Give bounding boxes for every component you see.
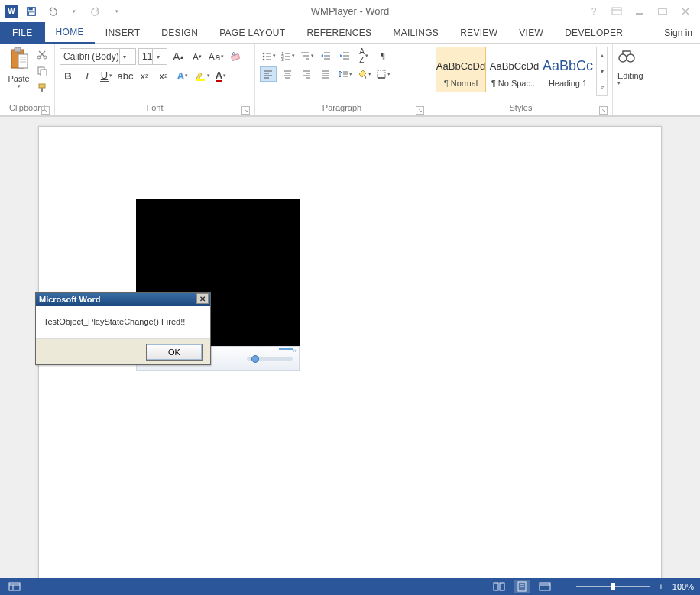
- status-bar: − + 100%: [0, 578, 700, 595]
- qat-customize[interactable]: ▾: [109, 3, 125, 20]
- underline-button[interactable]: U: [98, 68, 115, 83]
- svg-rect-6: [659, 8, 666, 15]
- tab-file[interactable]: FILE: [0, 22, 45, 44]
- svg-rect-76: [540, 583, 550, 590]
- ok-button[interactable]: OK: [146, 344, 203, 361]
- gallery-expand-icon[interactable]: ▿: [597, 79, 607, 95]
- dialog-title-bar[interactable]: Microsoft Word ✕: [36, 293, 210, 306]
- chevron-down-icon: ▾: [119, 49, 130, 64]
- font-launcher[interactable]: ↘: [241, 106, 250, 115]
- increase-font-button[interactable]: A▴: [170, 49, 186, 64]
- sort-button[interactable]: AZ: [355, 48, 372, 63]
- font-size-combo[interactable]: 11▾: [138, 48, 167, 65]
- qat-undo-more[interactable]: ▾: [66, 3, 83, 20]
- svg-text:A: A: [232, 50, 236, 57]
- qat-redo[interactable]: [87, 3, 104, 20]
- ribbon-options-button[interactable]: [607, 4, 627, 19]
- strikethrough-button[interactable]: abc: [117, 68, 134, 83]
- shading-button[interactable]: [355, 66, 372, 82]
- chevron-down-icon[interactable]: ▾: [597, 63, 607, 79]
- copy-icon: [37, 66, 47, 76]
- font-color-button[interactable]: A: [212, 68, 229, 83]
- style-no-spacing[interactable]: AaBbCcDd ¶ No Spac...: [489, 47, 540, 92]
- editing-label: Editing: [617, 71, 643, 80]
- message-box: Microsoft Word ✕ TestObject_PlayStateCha…: [35, 292, 211, 365]
- svg-point-24: [262, 53, 264, 55]
- chevron-up-icon[interactable]: ▴: [597, 47, 607, 63]
- volume-thumb[interactable]: [251, 355, 259, 363]
- format-painter-button[interactable]: [34, 80, 50, 95]
- style-heading-1[interactable]: AaBbCc Heading 1: [543, 47, 593, 92]
- font-name-combo[interactable]: Calibri (Body)▾: [60, 48, 136, 65]
- tab-home[interactable]: HOME: [45, 22, 95, 44]
- tab-insert[interactable]: INSERT: [95, 22, 151, 44]
- style-normal[interactable]: AaBbCcDd ¶ Normal: [436, 47, 486, 92]
- italic-button[interactable]: I: [79, 68, 96, 83]
- zoom-level[interactable]: 100%: [672, 582, 694, 591]
- align-center-button[interactable]: [279, 66, 296, 82]
- read-mode-button[interactable]: [491, 580, 507, 593]
- increase-indent-button[interactable]: [336, 48, 353, 63]
- scissors-icon: [37, 49, 47, 60]
- qat-save[interactable]: [23, 3, 40, 20]
- show-hide-button[interactable]: ¶: [374, 48, 391, 63]
- paste-button[interactable]: Paste ▾: [5, 45, 33, 102]
- subscript-button[interactable]: x2: [136, 68, 153, 83]
- zoom-slider[interactable]: [576, 586, 650, 587]
- svg-rect-11: [18, 54, 28, 68]
- dialog-close-button[interactable]: ✕: [196, 293, 209, 304]
- svg-rect-72: [500, 583, 504, 590]
- bullets-button[interactable]: [260, 48, 277, 63]
- clear-formatting-button[interactable]: A: [227, 49, 244, 64]
- sign-in-link[interactable]: Sign in: [664, 22, 692, 44]
- superscript-button[interactable]: x2: [155, 68, 172, 83]
- cut-button[interactable]: [34, 47, 50, 62]
- tab-view[interactable]: VIEW: [508, 22, 554, 44]
- help-button[interactable]: ?: [584, 4, 604, 19]
- macros-icon[interactable]: [6, 580, 23, 593]
- tab-review[interactable]: REVIEW: [449, 22, 508, 44]
- zoom-out-button[interactable]: −: [559, 582, 570, 591]
- justify-icon: [320, 69, 331, 79]
- justify-button[interactable]: [317, 66, 334, 82]
- highlighter-icon: [194, 70, 206, 82]
- qat-undo[interactable]: [44, 3, 61, 20]
- styles-launcher[interactable]: ↘: [599, 106, 608, 115]
- numbering-button[interactable]: 123: [279, 48, 296, 63]
- decrease-indent-button[interactable]: [317, 48, 334, 63]
- text-effects-button[interactable]: A: [174, 68, 191, 83]
- decrease-font-button[interactable]: A▾: [189, 49, 206, 64]
- zoom-in-button[interactable]: +: [656, 582, 666, 591]
- print-layout-button[interactable]: [514, 580, 530, 593]
- align-left-button[interactable]: [260, 66, 277, 82]
- zoom-thumb[interactable]: [611, 583, 615, 590]
- group-label-font: Font: [146, 103, 163, 112]
- multilevel-button[interactable]: [298, 48, 315, 63]
- tab-design[interactable]: DESIGN: [151, 22, 209, 44]
- close-button[interactable]: [676, 4, 695, 19]
- styles-gallery-scroll[interactable]: ▴ ▾ ▿: [596, 47, 608, 96]
- maximize-button[interactable]: [653, 4, 672, 19]
- multilevel-icon: [300, 50, 310, 61]
- tab-references[interactable]: REFERENCES: [296, 22, 382, 44]
- line-spacing-button[interactable]: [336, 66, 353, 82]
- minimize-button[interactable]: [630, 4, 650, 19]
- highlight-button[interactable]: [193, 68, 210, 83]
- bold-button[interactable]: B: [60, 68, 76, 83]
- borders-button[interactable]: [374, 66, 391, 82]
- copy-button[interactable]: [34, 63, 50, 79]
- paragraph-launcher[interactable]: ↘: [416, 106, 424, 115]
- tab-page-layout[interactable]: PAGE LAYOUT: [209, 22, 296, 44]
- svg-rect-3: [612, 8, 621, 15]
- dialog-message: TestObject_PlayStateChange() Fired!!: [36, 306, 210, 338]
- clipboard-launcher[interactable]: ↘: [41, 106, 50, 115]
- tab-developer[interactable]: DEVELOPER: [554, 22, 634, 44]
- change-case-button[interactable]: Aa: [208, 49, 225, 64]
- align-right-button[interactable]: [298, 66, 315, 82]
- find-button[interactable]: [617, 48, 636, 68]
- svg-point-66: [619, 54, 627, 62]
- web-layout-button[interactable]: [536, 580, 553, 593]
- tab-mailings[interactable]: MAILINGS: [382, 22, 449, 44]
- svg-text:3: 3: [281, 57, 284, 61]
- skip-icon: »: [293, 347, 297, 354]
